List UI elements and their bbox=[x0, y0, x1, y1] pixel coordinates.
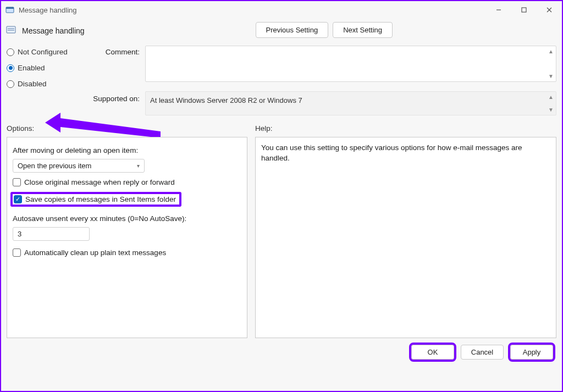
close-button[interactable] bbox=[537, 1, 562, 19]
comment-label: Comment: bbox=[87, 46, 142, 56]
help-section-label: Help: bbox=[255, 124, 273, 132]
annotation-highlight-save-copies: Save copies of messages in Sent Items fo… bbox=[10, 192, 181, 207]
panels-row: After moving or deleting an open item: O… bbox=[1, 135, 562, 338]
section-labels: Options: Help: bbox=[1, 121, 562, 135]
checkbox-label: Save copies of messages in Sent Items fo… bbox=[25, 195, 176, 203]
enabled-radio[interactable]: Enabled bbox=[7, 64, 84, 72]
radio-label: Disabled bbox=[18, 80, 47, 88]
next-setting-button[interactable]: Next Setting bbox=[333, 22, 393, 38]
not-configured-radio[interactable]: Not Configured bbox=[7, 48, 84, 56]
auto-clean-checkbox[interactable]: Automatically clean up plain text messag… bbox=[13, 249, 241, 257]
minimize-button[interactable] bbox=[486, 1, 511, 19]
options-panel: After moving or deleting an open item: O… bbox=[7, 137, 247, 338]
save-copies-checkbox[interactable]: Save copies of messages in Sent Items fo… bbox=[14, 195, 176, 203]
upper-section: Not Configured Enabled Disabled Comment:… bbox=[1, 46, 562, 121]
window-title: Message handling bbox=[19, 6, 77, 14]
checkbox-label: Automatically clean up plain text messag… bbox=[24, 249, 166, 257]
help-text: You can use this setting to specify vari… bbox=[261, 143, 550, 164]
state-radio-group: Not Configured Enabled Disabled bbox=[7, 46, 84, 88]
cancel-button[interactable]: Cancel bbox=[461, 345, 504, 360]
scroll-down-icon[interactable]: ▼ bbox=[548, 107, 554, 113]
app-icon bbox=[5, 5, 14, 14]
supported-label: Supported on: bbox=[87, 88, 142, 103]
after-move-value: Open the previous item bbox=[18, 162, 91, 170]
comment-textarea[interactable]: ▲ ▼ bbox=[145, 46, 556, 82]
apply-button[interactable]: Apply bbox=[510, 345, 553, 360]
disabled-radio[interactable]: Disabled bbox=[7, 80, 84, 88]
radio-label: Not Configured bbox=[18, 48, 68, 56]
previous-setting-button[interactable]: Previous Setting bbox=[256, 22, 329, 38]
scroll-up-icon[interactable]: ▲ bbox=[548, 94, 554, 100]
supported-on-box: At least Windows Server 2008 R2 or Windo… bbox=[145, 91, 556, 115]
ok-button[interactable]: OK bbox=[411, 345, 454, 360]
autosave-input[interactable]: 3 bbox=[13, 227, 90, 241]
scroll-up-icon[interactable]: ▲ bbox=[548, 48, 554, 54]
autosave-value: 3 bbox=[18, 230, 21, 238]
after-move-select[interactable]: Open the previous item ▾ bbox=[13, 159, 145, 173]
policy-icon bbox=[5, 25, 16, 36]
autosave-label: Autosave unsent every xx minutes (0=No A… bbox=[13, 214, 241, 223]
maximize-button[interactable] bbox=[511, 1, 537, 19]
options-section-label: Options: bbox=[7, 124, 255, 132]
chevron-down-icon: ▾ bbox=[137, 163, 140, 169]
svg-rect-1 bbox=[6, 7, 14, 9]
header-row: Message handling Previous Setting Next S… bbox=[1, 19, 562, 46]
checkbox-label: Close original message when reply or for… bbox=[24, 178, 175, 186]
footer-buttons: OK Cancel Apply bbox=[1, 338, 562, 365]
svg-rect-3 bbox=[522, 8, 526, 12]
svg-rect-6 bbox=[7, 26, 15, 33]
scroll-down-icon[interactable]: ▼ bbox=[548, 73, 554, 79]
close-original-checkbox[interactable]: Close original message when reply or for… bbox=[13, 178, 241, 186]
policy-editor-window: Message handling Message handling Previo… bbox=[0, 0, 563, 392]
supported-value: At least Windows Server 2008 R2 or Windo… bbox=[150, 96, 302, 104]
radio-label: Enabled bbox=[18, 64, 45, 72]
help-panel: You can use this setting to specify vari… bbox=[255, 137, 556, 338]
after-move-label: After moving or deleting an open item: bbox=[13, 146, 241, 154]
page-title: Message handling bbox=[22, 26, 85, 35]
titlebar: Message handling bbox=[1, 1, 562, 19]
